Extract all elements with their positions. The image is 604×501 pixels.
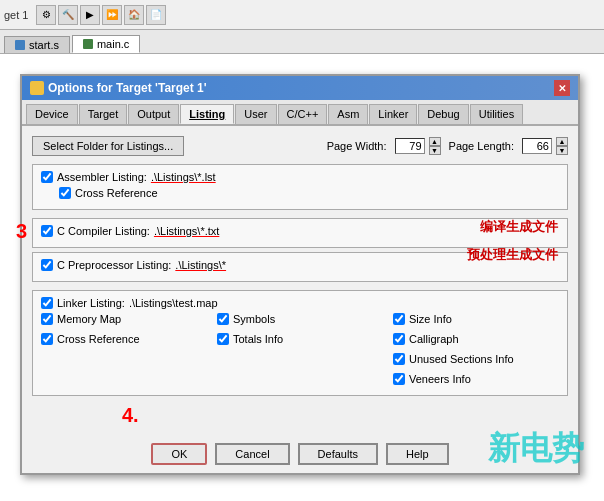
defaults-button[interactable]: Defaults <box>298 443 378 465</box>
page-width-spinner: 79 ▲ ▼ <box>395 137 441 155</box>
totals-info-label: Calligraph <box>409 333 459 345</box>
dialog-buttons: OK Cancel Defaults Help <box>22 437 578 473</box>
page-length-up[interactable]: ▲ <box>556 137 568 146</box>
veneers-checkbox[interactable] <box>393 373 405 385</box>
main-tab-label: main.c <box>97 38 129 50</box>
tab-asm[interactable]: Asm <box>328 104 368 124</box>
calligraph-label: Cross Reference <box>57 333 140 345</box>
page-width-label: Page Width: <box>327 140 387 152</box>
c-compiler-label: C Compiler Listing: <box>57 225 150 237</box>
symbols-label: Symbols <box>233 313 275 325</box>
linker-col-3: Size Info Calligraph Unused Sections Inf… <box>393 313 559 389</box>
page-width-down[interactable]: ▼ <box>429 146 441 155</box>
page-length-spinner: 66 ▲ ▼ <box>522 137 568 155</box>
page-length-label: Page Length: <box>449 140 514 152</box>
start-tab-label: start.s <box>29 39 59 51</box>
tab-linker[interactable]: Linker <box>369 104 417 124</box>
tab-utilities[interactable]: Utilities <box>470 104 523 124</box>
main-file-icon <box>83 39 93 49</box>
tab-cpp[interactable]: C/C++ <box>278 104 328 124</box>
totals-info-row: Calligraph <box>393 333 559 345</box>
tab-output[interactable]: Output <box>128 104 179 124</box>
tab-target[interactable]: Target <box>79 104 128 124</box>
tab-debug[interactable]: Debug <box>418 104 468 124</box>
cross-ref-row: Cross Reference <box>59 187 559 199</box>
linker-col-2: Symbols Totals Info <box>217 313 383 389</box>
assembler-listing-checkbox[interactable] <box>41 171 53 183</box>
c-compiler-path: .\Listings\*.txt <box>154 225 219 237</box>
file-tab-start[interactable]: start.s <box>4 36 70 53</box>
calligraph-checkbox[interactable] <box>41 333 53 345</box>
page-width-up[interactable]: ▲ <box>429 137 441 146</box>
linker-col-1: Memory Map Cross Reference <box>41 313 207 389</box>
totals-info-checkbox[interactable] <box>393 333 405 345</box>
file-tabs: start.s main.c <box>0 30 604 54</box>
assembler-listing-label: Assembler Listing: <box>57 171 147 183</box>
assembler-listing-path: .\Listings\*.lst <box>151 171 216 183</box>
cn-preprocessor-text: 预处理生成文件 <box>467 246 558 264</box>
toolbar-icons: ⚙ 🔨 ▶ ⏩ 🏠 📄 <box>36 5 166 25</box>
toolbar-icon-4[interactable]: ⏩ <box>102 5 122 25</box>
c-preprocessor-checkbox[interactable] <box>41 259 53 271</box>
editor-area: Options for Target 'Target 1' ✕ Device T… <box>0 54 604 501</box>
memory-map-checkbox[interactable] <box>41 313 53 325</box>
dialog-close-button[interactable]: ✕ <box>554 80 570 96</box>
symbols-checkbox[interactable] <box>217 313 229 325</box>
dialog-overlay: Options for Target 'Target 1' ✕ Device T… <box>0 54 604 501</box>
cross-ref-linker-checkbox[interactable] <box>217 333 229 345</box>
compiler-section: 3 C Compiler Listing: .\Listings\*.txt <box>32 218 568 282</box>
page-length-input[interactable]: 66 <box>522 138 552 154</box>
file-tab-main[interactable]: main.c <box>72 35 140 53</box>
assembler-listing-row: Assembler Listing: .\Listings\*.lst <box>41 171 559 183</box>
linker-group: Linker Listing: .\Listings\test.map Memo… <box>32 290 568 396</box>
dialog-title-left: Options for Target 'Target 1' <box>30 81 207 95</box>
veneers-label: Veneers Info <box>409 373 471 385</box>
toolbar-icon-1[interactable]: ⚙ <box>36 5 56 25</box>
size-info-checkbox[interactable] <box>393 313 405 325</box>
annotation-4: 4. <box>122 404 139 427</box>
start-file-icon <box>15 40 25 50</box>
dialog-titlebar: Options for Target 'Target 1' ✕ <box>22 76 578 100</box>
cancel-button[interactable]: Cancel <box>215 443 289 465</box>
unused-sections-row: Unused Sections Info <box>393 353 559 365</box>
toolbar-icon-5[interactable]: 🏠 <box>124 5 144 25</box>
select-folder-button[interactable]: Select Folder for Listings... <box>32 136 184 156</box>
memory-map-label: Memory Map <box>57 313 121 325</box>
linker-listing-label: Linker Listing: <box>57 297 125 309</box>
toolbar-icon-3[interactable]: ▶ <box>80 5 100 25</box>
unused-sections-checkbox[interactable] <box>393 353 405 365</box>
tab-user[interactable]: User <box>235 104 276 124</box>
cross-ref-linker-label: Totals Info <box>233 333 283 345</box>
calligraph-row: Cross Reference <box>41 333 207 345</box>
cross-ref-linker-row: Totals Info <box>217 333 383 345</box>
dialog-icon <box>30 81 44 95</box>
tab-device[interactable]: Device <box>26 104 78 124</box>
toolbar-icon-2[interactable]: 🔨 <box>58 5 78 25</box>
memory-map-row: Memory Map <box>41 313 207 325</box>
c-compiler-checkbox[interactable] <box>41 225 53 237</box>
page-length-down[interactable]: ▼ <box>556 146 568 155</box>
cross-ref-checkbox[interactable] <box>59 187 71 199</box>
top-controls-row: Select Folder for Listings... Page Width… <box>32 136 568 156</box>
toolbar-label: get 1 <box>4 9 28 21</box>
c-preprocessor-path: .\Listings\* <box>175 259 226 271</box>
size-info-label: Size Info <box>409 313 452 325</box>
page-width-input[interactable]: 79 <box>395 138 425 154</box>
linker-listing-checkbox[interactable] <box>41 297 53 309</box>
help-button[interactable]: Help <box>386 443 449 465</box>
veneers-row: Veneers Info <box>393 373 559 385</box>
ok-button[interactable]: OK <box>151 443 207 465</box>
dialog-content: Select Folder for Listings... Page Width… <box>22 126 578 437</box>
size-info-row: Size Info <box>393 313 559 325</box>
tab-listing[interactable]: Listing <box>180 104 234 124</box>
linker-options-columns: Memory Map Cross Reference Symbols <box>41 313 559 389</box>
toolbar: get 1 ⚙ 🔨 ▶ ⏩ 🏠 📄 <box>0 0 604 30</box>
options-dialog: Options for Target 'Target 1' ✕ Device T… <box>20 74 580 475</box>
page-length-spinner-btns: ▲ ▼ <box>556 137 568 155</box>
unused-sections-label: Unused Sections Info <box>409 353 514 365</box>
toolbar-icon-6[interactable]: 📄 <box>146 5 166 25</box>
page-width-spinner-btns: ▲ ▼ <box>429 137 441 155</box>
dialog-tab-bar: Device Target Output Listing User C/C++ … <box>22 100 578 126</box>
linker-listing-row: Linker Listing: .\Listings\test.map <box>41 297 559 309</box>
linker-listing-path: .\Listings\test.map <box>129 297 218 309</box>
